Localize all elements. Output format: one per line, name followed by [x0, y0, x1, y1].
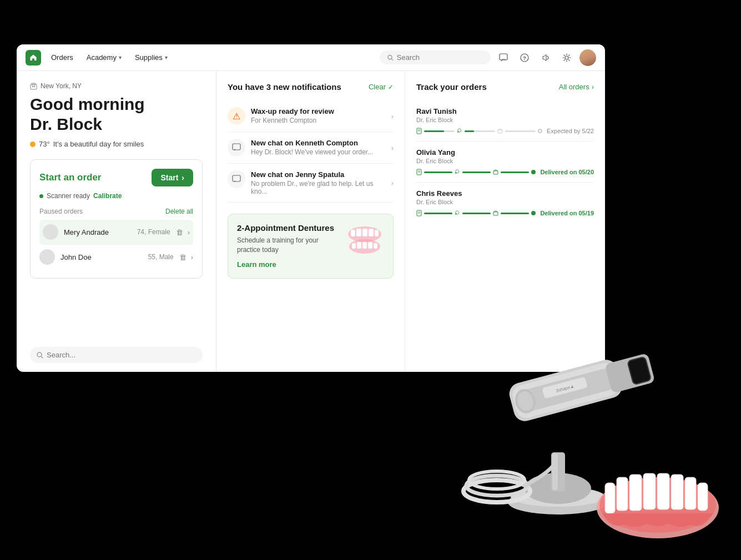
nav-academy[interactable]: Academy ▾	[81, 51, 127, 64]
scanner-dot-icon	[39, 194, 43, 198]
progress-bar	[424, 171, 452, 173]
svg-rect-8	[32, 86, 33, 87]
svg-point-5	[565, 56, 568, 59]
nav-icon-group: ?	[495, 49, 596, 66]
message-icon	[499, 53, 508, 62]
patient-row[interactable]: Mery Andrade 74, Female 🗑 ›	[39, 220, 193, 245]
all-orders-arrow-icon: ›	[592, 83, 594, 91]
notification-item[interactable]: New chat on Jenny Spatula No problem Dr.…	[228, 164, 394, 203]
supplies-chevron-icon: ▾	[165, 54, 168, 60]
main-content: New York, NY Good morning Dr. Block 73° …	[17, 71, 605, 372]
promo-visual	[345, 223, 384, 256]
svg-rect-61	[643, 473, 656, 509]
denture-3d	[591, 452, 724, 543]
patient-chevron-icon[interactable]: ›	[191, 253, 193, 261]
svg-rect-37	[493, 212, 498, 215]
track-node-end	[531, 211, 536, 215]
notifications-header: You have 3 new notifications Clear ✓	[228, 82, 394, 92]
patient-actions: 🗑 ›	[179, 253, 193, 261]
progress-bar	[465, 130, 495, 132]
order-doctor-name: Dr. Eric Block	[416, 199, 594, 205]
bottom-search[interactable]	[30, 347, 203, 363]
order-track: Delivered on 05/20	[416, 169, 594, 175]
chat-icon	[228, 139, 245, 157]
messages-button[interactable]	[495, 49, 512, 66]
nav-links: Orders Academy ▾ Supplies ▾	[46, 51, 173, 64]
user-avatar[interactable]	[579, 49, 596, 66]
notification-subtitle: No problem Dr., we're glad to help. Let …	[251, 180, 386, 195]
start-button[interactable]: Start ›	[152, 169, 193, 186]
notification-content: New chat on Jenny Spatula No problem Dr.…	[251, 170, 386, 195]
patient-info: 55, Male	[148, 253, 174, 261]
clear-button[interactable]: Clear ✓	[369, 83, 394, 91]
bottom-search-input[interactable]	[47, 351, 196, 359]
check-icon: ✓	[388, 83, 394, 91]
search-icon	[387, 54, 394, 61]
order-patient-name: Chris Reeves	[416, 189, 594, 198]
location-row: New York, NY	[30, 82, 203, 90]
all-orders-link[interactable]: All orders ›	[559, 83, 594, 91]
delete-all-button[interactable]: Delete all	[165, 208, 193, 215]
svg-rect-63	[671, 475, 683, 509]
svg-rect-60	[629, 475, 642, 511]
notifications-title: You have 3 new notifications	[228, 82, 341, 92]
learn-more-link[interactable]: Learn more	[237, 260, 276, 269]
svg-rect-53	[628, 357, 651, 385]
order-row: Olivia Yang Dr. Eric Block	[416, 142, 594, 183]
home-icon[interactable]	[26, 50, 41, 65]
greeting: Good morning Dr. Block	[30, 94, 203, 134]
svg-rect-49	[542, 377, 587, 399]
nav-supplies[interactable]: Supplies ▾	[129, 51, 173, 64]
delete-patient-icon[interactable]: 🗑	[179, 253, 186, 261]
order-tool-icon	[457, 128, 462, 134]
order-patient-name: Olivia Yang	[416, 148, 594, 157]
progress-track	[416, 210, 536, 216]
global-search-bar[interactable]	[380, 51, 491, 64]
notification-item[interactable]: New chat on Kenneth Compton Hey Dr. Bloc…	[228, 132, 394, 164]
order-track: Expected by 5/22	[416, 128, 594, 134]
notification-content: New chat on Kenneth Compton Hey Dr. Bloc…	[251, 139, 386, 156]
settings-button[interactable]	[558, 49, 575, 66]
order-file-icon	[416, 210, 422, 216]
svg-rect-25	[374, 243, 377, 249]
patient-avatar	[43, 224, 58, 240]
orders-header: Track your orders All orders ›	[416, 82, 594, 92]
order-track: Delivered on 05/19	[416, 210, 594, 216]
notification-item[interactable]: ⚠ Wax-up ready for review For Kenneth Co…	[228, 100, 394, 132]
warning-icon: ⚠	[228, 107, 245, 125]
notification-content: Wax-up ready for review For Kenneth Comp…	[251, 107, 386, 124]
order-patient-name: Ravi Tunish	[416, 107, 594, 115]
patient-info: 74, Female	[137, 228, 170, 236]
progress-bar	[501, 213, 529, 214]
svg-rect-24	[368, 242, 372, 249]
order-file-icon	[416, 169, 422, 175]
calibrate-link[interactable]: Calibrate	[93, 192, 122, 200]
order-tool-icon	[455, 169, 460, 175]
search-input[interactable]	[397, 53, 483, 62]
patient-chevron-icon[interactable]: ›	[188, 228, 190, 236]
promo-title: 2-Appointment Dentures	[237, 223, 340, 233]
order-doctor-name: Dr. Eric Block	[416, 158, 594, 164]
svg-rect-48	[515, 367, 617, 414]
svg-line-1	[392, 59, 393, 60]
progress-track	[416, 128, 542, 134]
patient-row[interactable]: John Doe 55, Male 🗑 ›	[39, 245, 193, 269]
notification-arrow-icon: ›	[391, 112, 394, 120]
top-nav: Orders Academy ▾ Supplies ▾	[17, 44, 605, 71]
progress-bar	[424, 130, 455, 132]
progress-bar	[501, 171, 529, 173]
start-order-box: Start an order Start › Scanner ready Cal…	[30, 159, 203, 279]
patient-name: John Doe	[61, 253, 143, 261]
location-text: New York, NY	[41, 82, 82, 90]
notification-title: New chat on Kenneth Compton	[251, 139, 386, 147]
help-button[interactable]: ?	[516, 49, 533, 66]
audio-button[interactable]	[537, 49, 554, 66]
speaker-icon	[541, 53, 550, 62]
patient-avatar	[39, 249, 55, 265]
svg-rect-64	[685, 477, 696, 509]
notification-subtitle: Hey Dr. Block! We've viewed your order..…	[251, 148, 386, 156]
svg-rect-33	[493, 171, 498, 174]
nav-orders[interactable]: Orders	[46, 51, 79, 64]
delete-patient-icon[interactable]: 🗑	[176, 228, 183, 236]
academy-chevron-icon: ▾	[119, 54, 122, 60]
